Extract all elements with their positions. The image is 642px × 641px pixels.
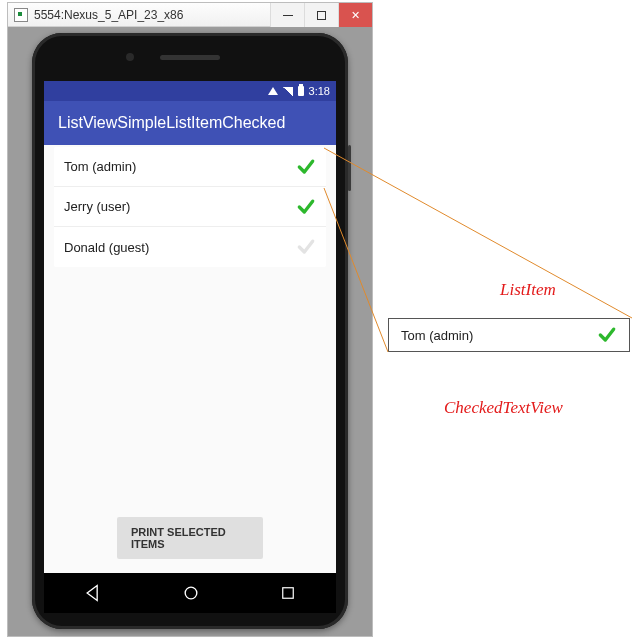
clock: 3:18 (309, 85, 330, 97)
listview: Tom (admin) Jerry (user) D (54, 147, 326, 267)
callout-listitem: Tom (admin) (388, 318, 630, 352)
phone-screen: 3:18 ListViewSimpleListItemChecked Tom (… (44, 81, 336, 573)
home-icon[interactable] (181, 583, 201, 603)
svg-rect-1 (283, 588, 294, 599)
annotation-listitem: ListItem (500, 280, 556, 300)
maximize-button[interactable] (304, 3, 338, 27)
list-item-label: Donald (guest) (64, 240, 149, 255)
print-button-label: PRINT SELECTED ITEMS (131, 526, 226, 550)
checkmark-icon (597, 325, 617, 345)
list-item-label: Tom (admin) (64, 159, 136, 174)
minimize-button[interactable] (270, 3, 304, 27)
app-content: Tom (admin) Jerry (user) D (44, 145, 336, 573)
list-item[interactable]: Tom (admin) (54, 147, 326, 187)
close-button[interactable] (338, 3, 372, 27)
checkmark-icon (296, 197, 316, 217)
checkmark-icon (296, 157, 316, 177)
window-buttons (270, 3, 372, 27)
checkmark-icon (296, 237, 316, 257)
app-title: ListViewSimpleListItemChecked (58, 114, 285, 132)
emulator-body: 3:18 ListViewSimpleListItemChecked Tom (… (8, 27, 372, 636)
android-navbar (44, 573, 336, 613)
app-bar: ListViewSimpleListItemChecked (44, 101, 336, 145)
front-camera (126, 53, 134, 61)
phone-shell: 3:18 ListViewSimpleListItemChecked Tom (… (32, 33, 348, 629)
network-icon (268, 87, 278, 95)
callout-label: Tom (admin) (401, 328, 473, 343)
list-item[interactable]: Jerry (user) (54, 187, 326, 227)
window-title: 5554:Nexus_5_API_23_x86 (34, 8, 183, 22)
list-item[interactable]: Donald (guest) (54, 227, 326, 267)
window-titlebar[interactable]: 5554:Nexus_5_API_23_x86 (8, 3, 372, 27)
back-icon[interactable] (83, 583, 103, 603)
recents-icon[interactable] (279, 584, 297, 602)
earpiece (160, 55, 220, 60)
list-item-label: Jerry (user) (64, 199, 130, 214)
android-statusbar: 3:18 (44, 81, 336, 101)
signal-icon (283, 87, 293, 96)
power-button (348, 145, 351, 191)
svg-point-0 (185, 587, 197, 599)
battery-icon (298, 86, 304, 96)
emulator-window: 5554:Nexus_5_API_23_x86 3:18 L (7, 2, 373, 637)
print-selected-button[interactable]: PRINT SELECTED ITEMS (117, 517, 263, 559)
annotation-checkedtextview: CheckedTextView (444, 398, 563, 418)
app-icon (14, 8, 28, 22)
